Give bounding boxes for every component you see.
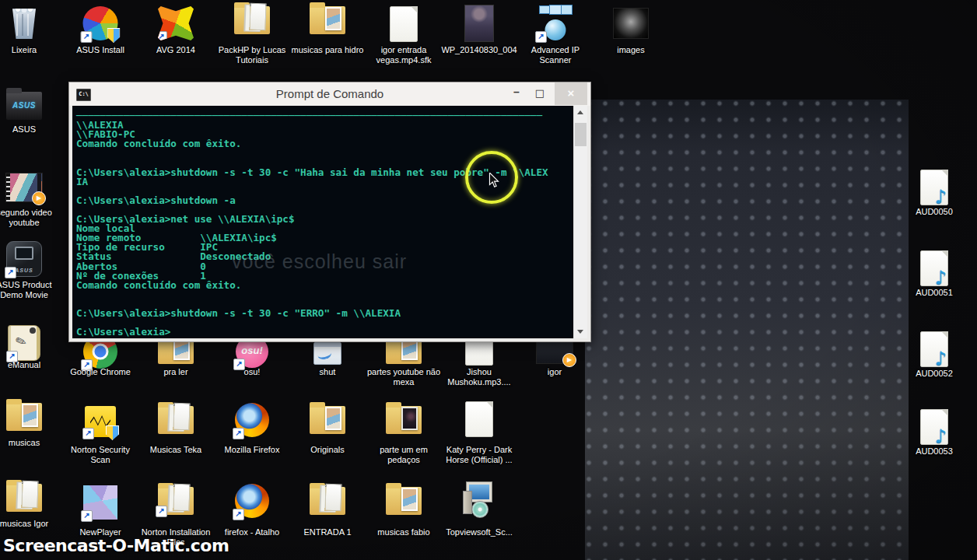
minimize-button[interactable]: – [505, 82, 528, 105]
shortcut-arrow-icon: ↗ [81, 31, 93, 43]
scroll-down-arrow-icon[interactable] [574, 325, 587, 338]
console-area[interactable]: ────────────────────────────────────────… [69, 106, 590, 341]
desktop-icon-label: AUD0052 [895, 369, 973, 379]
installer-icon [461, 482, 497, 518]
desktop-icon-label: igor entrada vegas.mp4.sfk [365, 45, 443, 65]
emanual-icon: ↗ [8, 325, 40, 361]
mouse-cursor-icon [488, 173, 499, 188]
desktop-icon-label: musicas fabio [365, 527, 443, 537]
desktop-icon-label: pra ler [137, 367, 215, 377]
shortcut-arrow-icon: ↗ [156, 506, 167, 517]
folder-open-icon [310, 487, 345, 515]
desktop-icon-label: Advanced IP Scanner [517, 45, 594, 65]
maximize-button[interactable]: □ [528, 82, 552, 105]
screencast-watermark: Screencast-O-Matic.com [3, 536, 229, 556]
media-icon [920, 250, 948, 286]
folder-open-icon [158, 406, 194, 434]
recycle-icon [12, 6, 36, 39]
desktop-icon-label: images [592, 45, 670, 55]
folder-photo-icon [386, 487, 422, 515]
close-button[interactable]: × [555, 82, 587, 105]
desktop-icon-label: Lixeira [0, 45, 63, 55]
installer-tower-icon [463, 491, 472, 514]
folder-open-icon [234, 6, 270, 34]
desktop-texture [585, 100, 909, 560]
folder-open-icon: ↗ [158, 487, 194, 515]
desktop-icon-label: AVG 2014 [137, 45, 215, 55]
scroll-thumb[interactable] [575, 123, 587, 146]
desktop-icon-label: Katy Perry - Dark Horse (Official) ... [440, 445, 518, 465]
desktop-icon-label: Jishou Mushoku.mp3.... [440, 367, 518, 387]
desktop-icon-label: musicas [0, 438, 63, 448]
media-icon [920, 331, 948, 367]
desktop-icon-label: parte um em pedaços [365, 445, 443, 465]
desktop-icon-label: Topviewsoft_Sc... [440, 527, 518, 537]
desktop-icon-label: AUD0050 [895, 207, 973, 217]
media-icon [920, 170, 948, 205]
desktop-icon-label: Mozilla Firefox [213, 445, 291, 455]
desktop-icon-label: musicas para hidro [289, 45, 366, 55]
desktop-icon-label: ENTRADA 1 [289, 527, 366, 537]
desktop-icon-label: Originals [289, 445, 366, 455]
shortcut-arrow-icon: ↗ [5, 267, 16, 278]
desktop[interactable]: Lixeira↗ASUS Install↗AVG 2014PackHP by L… [0, 0, 977, 560]
osu-glyph: osu! [236, 345, 268, 356]
desktop-icon-label: AUD0051 [895, 288, 973, 298]
desktop-icon-label: partes youtube não mexa [365, 367, 443, 387]
desktop-icon-label: shut [289, 367, 366, 377]
desktop-icon-label: Musicas Teka [137, 445, 215, 455]
desktop-icon-label: ASUS Install [61, 45, 139, 55]
scroll-up-arrow-icon[interactable] [574, 106, 587, 119]
folder-photo-icon [310, 6, 345, 34]
media-icon [920, 409, 948, 445]
desktop-icon-label: musicas Igor [0, 519, 63, 529]
shut-icon [313, 342, 341, 365]
asus-glyph: ASUS [6, 101, 42, 110]
norton-icon: ↗ [85, 406, 116, 437]
console-scrollbar[interactable] [573, 106, 587, 338]
image-thumb-images-icon [613, 8, 649, 39]
desktop-icon-label: igor [516, 367, 594, 377]
asus-demo-icon: ASUS↗ [6, 241, 42, 277]
desktop-icon-label: Google Chrome [61, 367, 139, 377]
shortcut-arrow-icon: ↗ [82, 428, 94, 439]
firefox-icon: ↗ [235, 484, 269, 518]
window-titlebar[interactable]: C:\ Prompt de Comando – □ × [69, 82, 590, 106]
asus-folder-icon: ASUS [6, 92, 42, 120]
file-icon [465, 401, 493, 437]
desktop-icon-label: ASUS Product Demo Movie [0, 280, 63, 300]
folder-photo-dark-icon [386, 406, 422, 434]
ghost-overlay-text: você escolheu sair [232, 250, 407, 272]
desktop-icon-label: osu! [213, 367, 291, 377]
folder-open-icon [6, 484, 42, 512]
console-output: ────────────────────────────────────────… [72, 106, 587, 337]
desktop-icon-label: PackHP by Lucas Tutoriais [213, 45, 291, 65]
shortcut-arrow-icon: ↗ [81, 510, 93, 522]
asus-install-icon: ↗ [83, 6, 118, 40]
folder-photo-icon [6, 403, 42, 431]
shortcut-arrow-icon: ↗ [233, 509, 244, 520]
shortcut-arrow-icon: ↗ [535, 31, 547, 43]
folder-photo-icon [310, 406, 345, 434]
shortcut-arrow-icon: ↗ [156, 31, 167, 43]
desktop-icon-label: Norton Security Scan [61, 445, 139, 465]
video-thumb-anime-icon [5, 173, 43, 202]
command-prompt-window: C:\ Prompt de Comando – □ × ────────────… [68, 82, 591, 342]
firefox-icon: ↗ [235, 403, 269, 437]
ip-scanner-icon: ↗ [538, 5, 573, 40]
desktop-icon-label: segundo video youtube [0, 208, 63, 228]
avg-icon: ↗ [158, 6, 194, 40]
file-icon [390, 6, 418, 42]
desktop-icon-label: ASUS [0, 124, 63, 135]
desktop-icon-label: AUD0053 [895, 446, 973, 457]
desktop-icon-label: WP_20140830_004 [440, 45, 518, 55]
desktop-icon-label: eManual [0, 360, 63, 370]
shortcut-arrow-icon: ↗ [233, 428, 244, 439]
newplayer-icon: ↗ [83, 485, 117, 520]
image-thumb-wp-icon [464, 5, 494, 42]
